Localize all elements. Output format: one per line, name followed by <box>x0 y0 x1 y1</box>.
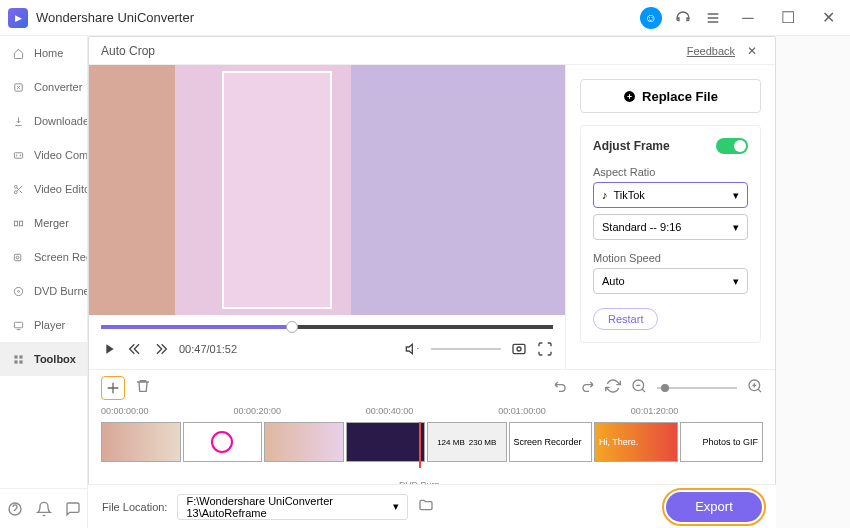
sidebar-item-home[interactable]: Home <box>0 36 87 70</box>
video-preview <box>89 65 565 315</box>
replace-file-label: Replace File <box>642 89 718 104</box>
dvd-icon <box>10 283 26 299</box>
close-panel-icon[interactable]: ✕ <box>747 44 763 58</box>
app-logo <box>8 8 28 28</box>
sidebar-item-merger[interactable]: Merger <box>0 206 87 240</box>
record-icon <box>10 249 26 265</box>
svg-point-2 <box>14 185 17 188</box>
sidebar-item-player[interactable]: Player <box>0 308 87 342</box>
svg-rect-5 <box>19 221 22 226</box>
prev-frame-button[interactable] <box>127 341 143 357</box>
zoom-slider[interactable] <box>657 387 737 389</box>
sidebar-item-compressor[interactable]: Video Compressor <box>0 138 87 172</box>
merge-icon <box>10 215 26 231</box>
svg-rect-13 <box>14 360 17 363</box>
feedback-icon[interactable] <box>65 501 81 517</box>
folder-icon[interactable] <box>418 497 434 517</box>
playhead[interactable] <box>419 422 421 468</box>
timeline-clip[interactable] <box>183 422 263 462</box>
home-icon <box>10 45 26 61</box>
sidebar-item-converter[interactable]: Converter <box>0 70 87 104</box>
adjust-frame-title: Adjust Frame <box>593 139 670 153</box>
chevron-down-icon: ▾ <box>733 189 739 202</box>
sidebar-item-toolbox[interactable]: Toolbox <box>0 342 87 376</box>
play-button[interactable] <box>101 341 117 357</box>
motion-speed-label: Motion Speed <box>593 252 748 264</box>
timeline-clip[interactable]: Screen Recorder <box>509 422 593 462</box>
zoom-in-icon[interactable] <box>747 378 763 398</box>
fullscreen-icon[interactable] <box>537 341 553 357</box>
add-marker-button[interactable] <box>101 376 125 400</box>
scissors-icon <box>10 181 26 197</box>
time-display: 00:47/01:52 <box>179 343 237 355</box>
app-title: Wondershare UniConverter <box>36 10 640 25</box>
redo-icon[interactable] <box>579 378 595 398</box>
zoom-out-icon[interactable] <box>631 378 647 398</box>
volume-slider[interactable] <box>431 348 501 350</box>
chevron-down-icon: ▾ <box>733 221 739 234</box>
timeline-track[interactable]: 124 MB230 MB Screen Recorder Hi, There. … <box>101 422 763 478</box>
sidebar-label: Toolbox <box>34 353 76 365</box>
user-avatar[interactable]: ☺ <box>640 7 662 29</box>
close-button[interactable]: ✕ <box>814 4 842 32</box>
motion-speed-select[interactable]: Auto ▾ <box>593 268 748 294</box>
delete-icon[interactable] <box>135 378 151 398</box>
tiktok-icon: ♪ <box>602 189 608 201</box>
sidebar-item-editor[interactable]: Video Editor <box>0 172 87 206</box>
timeline-clip[interactable]: Hi, There. <box>594 422 678 462</box>
seek-bar[interactable] <box>101 325 553 329</box>
sidebar-item-dvd[interactable]: DVD Burner <box>0 274 87 308</box>
export-button[interactable]: Export <box>666 492 762 522</box>
file-location-select[interactable]: F:\Wondershare UniConverter 13\AutoRefra… <box>177 494 407 520</box>
timeline-clip[interactable]: Photos to GIF <box>680 422 764 462</box>
sidebar-label: Downloader <box>34 115 87 127</box>
refresh-icon[interactable] <box>605 378 621 398</box>
toolbox-icon <box>10 351 26 367</box>
sidebar: Home Converter Downloader Video Compress… <box>0 36 88 528</box>
timeline-clip[interactable] <box>264 422 344 462</box>
headset-icon[interactable] <box>674 9 692 27</box>
undo-icon[interactable] <box>553 378 569 398</box>
aspect-ratio-label: Aspect Ratio <box>593 166 748 178</box>
player-icon <box>10 317 26 333</box>
crop-frame[interactable] <box>222 71 331 309</box>
timeline-clip[interactable] <box>346 422 426 462</box>
maximize-button[interactable]: ☐ <box>774 4 802 32</box>
svg-rect-14 <box>19 360 22 363</box>
svg-rect-16 <box>513 344 525 353</box>
timeline-clip[interactable] <box>101 422 181 462</box>
sidebar-item-downloader[interactable]: Downloader <box>0 104 87 138</box>
timeline-ruler: 00:00:00:00 00:00:20:00 00:00:40:00 00:0… <box>89 406 775 422</box>
feedback-link[interactable]: Feedback <box>687 45 735 57</box>
help-icon[interactable] <box>7 501 23 517</box>
sidebar-label: Video Editor <box>34 183 87 195</box>
svg-rect-12 <box>19 355 22 358</box>
chevron-down-icon: ▾ <box>393 500 399 513</box>
sidebar-label: Video Compressor <box>34 149 87 161</box>
replace-file-button[interactable]: Replace File <box>580 79 761 113</box>
next-frame-button[interactable] <box>153 341 169 357</box>
minimize-button[interactable]: ─ <box>734 4 762 32</box>
adjust-frame-toggle[interactable] <box>716 138 748 154</box>
svg-rect-6 <box>14 254 20 260</box>
sidebar-label: Home <box>34 47 63 59</box>
panel-title: Auto Crop <box>101 44 155 58</box>
sidebar-label: Converter <box>34 81 82 93</box>
menu-icon[interactable] <box>704 9 722 27</box>
svg-rect-10 <box>14 322 22 328</box>
aspect-ratio-select[interactable]: ♪TikTok ▾ <box>593 182 748 208</box>
download-icon <box>10 113 26 129</box>
bell-icon[interactable] <box>36 501 52 517</box>
chevron-down-icon: ▾ <box>733 275 739 288</box>
restart-button[interactable]: Restart <box>593 308 658 330</box>
svg-point-3 <box>14 190 17 193</box>
volume-icon[interactable] <box>405 341 421 357</box>
sidebar-label: Merger <box>34 217 69 229</box>
svg-point-8 <box>14 287 22 295</box>
sidebar-item-recorder[interactable]: Screen Recorder <box>0 240 87 274</box>
snapshot-icon[interactable] <box>511 341 527 357</box>
timeline-clip[interactable]: 124 MB230 MB <box>427 422 507 462</box>
sidebar-label: Screen Recorder <box>34 251 87 263</box>
standard-select[interactable]: Standard -- 9:16 ▾ <box>593 214 748 240</box>
compress-icon <box>10 147 26 163</box>
